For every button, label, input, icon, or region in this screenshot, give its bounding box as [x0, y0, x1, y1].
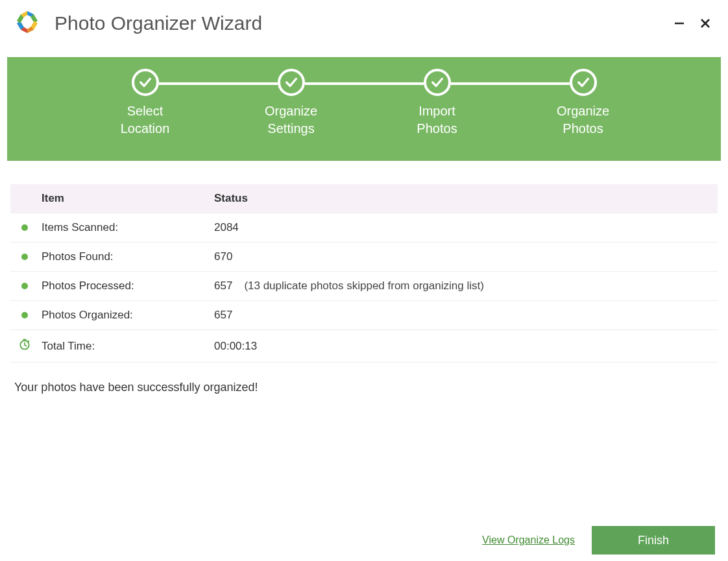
table-row: Photos Found:670 [10, 243, 718, 272]
success-message: Your photos have been successfully organ… [10, 381, 718, 394]
bullet-icon-cell [10, 301, 39, 330]
window-controls [668, 14, 716, 33]
step-checkmark-icon [424, 69, 451, 96]
table-row: Photos Processed:657(13 duplicate photos… [10, 272, 718, 301]
row-value: 2084 [208, 213, 718, 243]
wizard-stepper: SelectLocation OrganizeSettings ImportPh… [7, 57, 721, 161]
titlebar-left: Photo Organizer Wizard [14, 9, 262, 38]
step-checkmark-icon [132, 69, 159, 96]
row-value: 657(13 duplicate photos skipped from org… [208, 272, 718, 301]
titlebar: Photo Organizer Wizard [0, 0, 728, 44]
row-value-text: 670 [214, 250, 232, 263]
table-header-status: Status [208, 184, 718, 213]
clock-icon [18, 338, 31, 351]
results-table: Item Status Items Scanned:2084Photos Fou… [10, 184, 718, 363]
bullet-icon-cell [10, 243, 39, 272]
row-label: Photos Processed: [39, 272, 208, 301]
step-organize-settings: OrganizeSettings [218, 69, 364, 137]
step-select-location: SelectLocation [72, 69, 218, 137]
bullet-icon [21, 224, 28, 231]
bullet-icon-cell [10, 272, 39, 301]
step-label: OrganizeSettings [265, 102, 317, 137]
minimize-icon [673, 17, 686, 30]
step-label: OrganizePhotos [557, 102, 609, 137]
row-value-text: 657 [214, 280, 232, 292]
row-value-text: 00:00:13 [214, 340, 257, 352]
step-label: SelectLocation [121, 102, 170, 137]
row-value-text: 657 [214, 309, 232, 321]
clock-icon-cell [10, 330, 39, 363]
row-value: 670 [208, 243, 718, 272]
table-row: Items Scanned:2084 [10, 213, 718, 243]
row-label: Photos Organized: [39, 301, 208, 330]
close-icon [699, 17, 712, 30]
view-logs-link[interactable]: View Organize Logs [482, 534, 575, 546]
row-value-text: 2084 [214, 221, 239, 233]
table-row: Photos Organized:657 [10, 301, 718, 330]
table-header-empty [10, 184, 39, 213]
step-label: ImportPhotos [417, 102, 457, 137]
row-note: (13 duplicate photos skipped from organi… [244, 280, 483, 292]
bullet-icon-cell [10, 213, 39, 243]
bullet-icon [21, 283, 28, 289]
row-value: 00:00:13 [208, 330, 718, 363]
step-import-photos: ImportPhotos [364, 69, 510, 137]
row-label: Photos Found: [39, 243, 208, 272]
row-label: Items Scanned: [39, 213, 208, 243]
table-row: Total Time:00:00:13 [10, 330, 718, 363]
row-label: Total Time: [39, 330, 208, 363]
close-button[interactable] [694, 14, 716, 33]
bullet-icon [21, 254, 28, 260]
table-header-item: Item [39, 184, 208, 213]
app-logo-icon [14, 9, 40, 38]
bullet-icon [21, 312, 28, 318]
app-title: Photo Organizer Wizard [55, 12, 262, 34]
step-checkmark-icon [570, 69, 597, 96]
minimize-button[interactable] [668, 14, 690, 33]
row-value: 657 [208, 301, 718, 330]
step-checkmark-icon [278, 69, 305, 96]
finish-button[interactable]: Finish [592, 526, 715, 555]
step-organize-photos: OrganizePhotos [510, 69, 656, 137]
results-panel: Item Status Items Scanned:2084Photos Fou… [10, 184, 718, 394]
footer: View Organize Logs Finish [482, 526, 715, 555]
table-header-row: Item Status [10, 184, 718, 213]
